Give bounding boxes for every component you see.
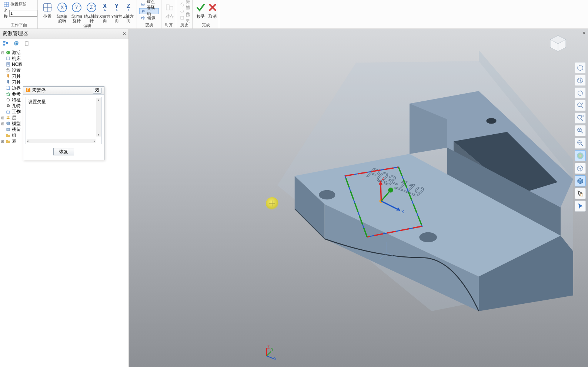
svg-text:Z: Z (382, 176, 384, 181)
svg-point-90 (578, 103, 581, 107)
tree-tool2[interactable]: 刀具 (1, 79, 128, 85)
res-tool-delete[interactable] (23, 40, 30, 47)
btn-dir-x[interactable]: X X轴方向 (99, 1, 111, 23)
hscrollbar[interactable]: ◂▸ (27, 139, 96, 143)
zoom-out-button[interactable] (575, 138, 586, 149)
wireframe-button[interactable] (575, 163, 586, 174)
svg-text:Z: Z (267, 345, 270, 349)
svg-text:Y: Y (394, 187, 397, 191)
origin-icon (4, 2, 9, 7)
svg-point-92 (578, 115, 581, 119)
dialog-titlebar[interactable]: P 宏暂停 双 (23, 87, 104, 95)
select-button[interactable] (575, 188, 586, 199)
mirror-icon (141, 15, 146, 20)
view-iso-button[interactable] (575, 62, 586, 73)
btn-position-label: 位置 (43, 14, 51, 18)
tree-tool1[interactable]: 刀具 (1, 73, 128, 79)
ribbon-group-workplane: 位置原始 名称 工作平面 (0, 0, 38, 28)
vscrollbar[interactable]: ▴▾ (96, 98, 101, 137)
svg-text:X: X (103, 3, 107, 9)
svg-point-59 (319, 190, 335, 200)
dir-z-icon: Z (123, 1, 134, 13)
mirror-label: 镜像 (147, 15, 156, 21)
btn-dir-y[interactable]: Y Y轴方向 (111, 1, 123, 23)
svg-text:X: X (274, 357, 277, 360)
ribbon-group-align: 对齐 对齐 (161, 0, 176, 28)
block-button[interactable] (575, 175, 586, 186)
svg-line-93 (581, 119, 583, 121)
btn-dir-x-label: X轴方向 (99, 14, 111, 23)
viewport-3d[interactable]: ✕ (129, 29, 588, 367)
name-input[interactable] (9, 10, 37, 17)
viewcube[interactable] (548, 33, 568, 53)
work-icon (6, 109, 11, 114)
res-tool-tree[interactable] (2, 40, 10, 47)
svg-rect-20 (181, 16, 184, 19)
svg-rect-19 (170, 6, 173, 10)
dialog-pin-button[interactable]: 双 (93, 88, 102, 94)
axis-indicator: Z X Y (262, 345, 278, 362)
shaded-button[interactable] (575, 150, 586, 161)
btn-position[interactable]: 位置 (40, 1, 55, 18)
zoom-fit-button[interactable] (575, 100, 586, 111)
dialog-listbox[interactable]: 设置矢量 ▴▾ ◂▸ (26, 97, 102, 144)
tree-activate[interactable]: ⊟激活 (1, 50, 128, 55)
svg-line-24 (5, 41, 6, 43)
tree-settings[interactable]: 设置 (1, 67, 128, 73)
btn-history[interactable]: 历史 (178, 15, 192, 21)
btn-align[interactable]: 对齐 (164, 1, 176, 18)
svg-rect-23 (6, 42, 8, 44)
tree-machine[interactable]: 机床 (1, 55, 128, 61)
btn-rot-x[interactable]: X 绕X轴旋转 (55, 1, 70, 23)
svg-point-102 (577, 152, 584, 159)
part-model: P03-119 Z (258, 29, 573, 367)
dialog-restore-button[interactable]: 恢复 (53, 148, 74, 155)
activate-icon (6, 50, 11, 55)
ribbon-group-edit: 位置 X 绕X轴旋转 Y 绕Y轴旋转 Z 绕Z轴旋转 (38, 0, 137, 28)
svg-marker-104 (578, 166, 583, 169)
res-tool-globe[interactable] (13, 40, 20, 47)
cancel-label: 取消 (208, 14, 217, 18)
hole-icon (6, 103, 11, 108)
resource-close-icon[interactable]: ✕ (123, 31, 126, 36)
tree-nc[interactable]: NC程 (1, 61, 128, 67)
align-icon (164, 1, 176, 13)
swap-icon (141, 9, 146, 14)
svg-text:Z: Z (127, 3, 130, 9)
x-icon (207, 1, 218, 13)
history-icon (180, 15, 184, 20)
btn-rot-z[interactable]: Z 绕Z轴旋转 (84, 1, 99, 23)
zoom-window-button[interactable] (575, 112, 586, 124)
svg-rect-47 (7, 128, 10, 131)
model-icon (6, 121, 11, 126)
zoom-in-button[interactable] (575, 125, 586, 136)
btn-rot-y[interactable]: Y 绕Y轴旋转 (70, 1, 84, 23)
svg-rect-94 (581, 115, 583, 117)
dir-y-icon: Y (111, 1, 123, 13)
btn-accept[interactable]: 接受 (195, 1, 207, 18)
view-rotate-button[interactable] (575, 87, 586, 98)
viewport-close-icon[interactable]: ✕ (582, 30, 586, 36)
svg-line-114 (267, 351, 271, 356)
resource-panel: 资源管理器 ✕ ⊟激活 机床 NC程 设置 刀具 刀具 边界 参考 特征 孔特 … (0, 29, 129, 367)
btn-dir-z[interactable]: Z Z轴方向 (123, 1, 134, 23)
btn-swap-axes[interactable]: 交换轴 (139, 8, 159, 14)
view-persp-button[interactable] (575, 75, 586, 86)
history-label: 历史 (186, 12, 191, 23)
cursor-highlight (266, 197, 278, 210)
position-icon (41, 1, 53, 13)
main-area: 资源管理器 ✕ ⊟激活 机床 NC程 设置 刀具 刀具 边界 参考 特征 孔特 … (0, 29, 588, 367)
gear-icon (6, 68, 11, 73)
btn-mirror[interactable]: 镜像 (139, 15, 159, 21)
btn-cancel[interactable]: 取消 (207, 1, 218, 18)
group-label-transform: 变换 (137, 22, 161, 28)
undo-icon (180, 2, 184, 7)
stock-icon (6, 127, 11, 132)
ref-icon (6, 91, 11, 97)
ribbon-group-transform: 锚点选择 交换轴 镜像 变换 (137, 0, 161, 28)
svg-rect-21 (3, 41, 5, 43)
svg-rect-41 (7, 87, 10, 90)
rot-y-icon: Y (71, 1, 83, 13)
mfg-icon (6, 139, 11, 144)
cursor-button[interactable] (575, 201, 586, 212)
